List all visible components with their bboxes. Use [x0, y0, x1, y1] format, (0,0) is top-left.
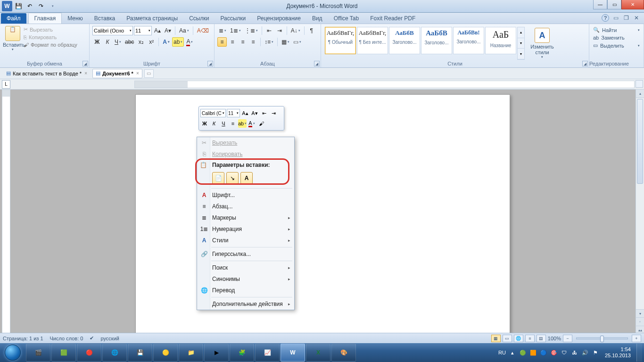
close-tab-icon[interactable]: × [136, 71, 139, 76]
mini-indent-inc-icon[interactable]: ⇥ [269, 109, 278, 117]
maximize-button[interactable]: ▭ [607, 0, 621, 9]
taskbar-ie-icon[interactable]: 🌐 [102, 344, 127, 362]
vertical-ruler[interactable] [2, 90, 10, 343]
indent-inc-icon[interactable]: ⇥ [275, 26, 284, 35]
taskbar-app2-icon[interactable]: 🟩 [51, 344, 76, 362]
shading-icon[interactable]: ▦ [280, 37, 291, 47]
text-effects-icon[interactable]: A [161, 37, 171, 47]
font-name-combo[interactable]: Calibri (Осно▾ [92, 26, 133, 35]
ctx-synonyms[interactable]: Синонимы▸ [197, 273, 294, 285]
ribbon-close-icon[interactable]: ✕ [633, 14, 640, 22]
zoom-thumb[interactable] [600, 336, 604, 342]
align-left-icon[interactable]: ≡ [217, 37, 227, 47]
tray-lang[interactable]: RU [498, 350, 506, 355]
tab-layout[interactable]: Разметка страницы [121, 13, 183, 24]
ctx-bullets[interactable]: ≣Маркеры▸ [197, 212, 294, 223]
cut-button[interactable]: ✂Вырезать [23, 26, 78, 33]
start-button[interactable] [0, 343, 25, 362]
status-language[interactable]: русский [100, 336, 119, 341]
tray-icon-3[interactable]: 🔵 [540, 349, 547, 356]
qat-redo-icon[interactable]: ↷ [36, 1, 46, 11]
ctx-search[interactable]: Поиск▸ [197, 262, 294, 273]
align-right-icon[interactable]: ≡ [238, 37, 248, 47]
taskbar-mpc-icon[interactable]: 🎬 [26, 344, 50, 362]
change-case-icon[interactable]: Aa [178, 26, 190, 35]
line-spacing-icon[interactable]: ↕≡ [263, 37, 275, 47]
scroll-down-icon[interactable]: ▾ [636, 309, 644, 318]
style-heading2[interactable]: АаБбВЗаголово... [421, 27, 452, 54]
align-justify-icon[interactable]: ≡ [248, 37, 258, 47]
show-desktop-button[interactable] [636, 344, 642, 362]
taskbar-excel-icon[interactable]: X [306, 344, 330, 362]
status-spell-icon[interactable]: ✔ [90, 335, 94, 341]
style-normal[interactable]: АаБбВвГг,¶ Обычный [325, 27, 356, 54]
clipboard-dialog-launcher[interactable]: ◢ [83, 61, 88, 66]
tray-icon-2[interactable]: 🟧 [529, 349, 537, 356]
tab-view[interactable]: Вид [306, 13, 328, 24]
close-button[interactable]: ✕ [621, 0, 644, 9]
paragraph-dialog-launcher[interactable]: ◢ [314, 61, 320, 66]
styles-scroll[interactable]: ▴▾▾ [517, 27, 525, 60]
mini-bold[interactable]: Ж [200, 119, 209, 128]
taskbar-explorer-icon[interactable]: 📁 [179, 344, 203, 362]
tab-selector[interactable]: L [2, 80, 10, 89]
subscript-button[interactable]: x₂ [136, 37, 146, 47]
ctx-hyperlink[interactable]: 🔗Гиперссылка... [197, 248, 294, 260]
mini-font-color-icon[interactable]: A [248, 119, 256, 128]
mini-italic[interactable]: К [210, 119, 218, 128]
sort-icon[interactable]: A↓ [289, 26, 302, 35]
mini-highlight-icon[interactable]: ab [238, 119, 247, 128]
tab-review[interactable]: Рецензирование [251, 13, 306, 24]
help-icon[interactable]: ? [602, 14, 609, 22]
tray-network-icon[interactable]: 🖧 [571, 349, 578, 356]
ribbon-restore-icon[interactable]: ❐ [622, 14, 630, 22]
ctx-translate[interactable]: 🌐Перевод [197, 285, 294, 296]
taskbar-wmp-icon[interactable]: ▶ [204, 344, 229, 362]
taskbar-paint-icon[interactable]: 🎨 [331, 344, 356, 362]
page[interactable] [135, 94, 510, 343]
indent-dec-icon[interactable]: ⇤ [264, 26, 274, 35]
status-page[interactable]: Страница: 1 из 1 [3, 336, 43, 341]
browse-object-icon[interactable]: ◦ [636, 318, 644, 326]
taskbar-word-icon[interactable]: W [281, 344, 305, 362]
taskbar-totalcmd-icon[interactable]: 💾 [128, 344, 152, 362]
find-button[interactable]: 🔍Найти▾ [593, 26, 640, 34]
qat-customize-icon[interactable] [47, 1, 58, 11]
tray-clock[interactable]: 1:5425.10.2013 [602, 346, 634, 359]
taskbar-app9-icon[interactable]: 📈 [255, 344, 280, 362]
tray-flag-icon[interactable]: ⚑ [592, 349, 599, 356]
clear-format-icon[interactable]: A⌫ [196, 26, 210, 35]
strike-button[interactable]: abc [124, 37, 135, 47]
tab-home[interactable]: Главная [28, 13, 62, 24]
bold-button[interactable]: Ж [92, 37, 102, 47]
tab-menu[interactable]: Меню [62, 13, 88, 24]
mini-size-combo[interactable]: 11▾ [227, 109, 240, 117]
styles-dialog-launcher[interactable]: ◢ [582, 61, 588, 66]
ctx-styles[interactable]: AСтили▸ [197, 235, 294, 246]
view-draft-icon[interactable]: ▤ [537, 335, 546, 342]
paste-button[interactable]: 📋 Вставить ▾ [3, 25, 23, 51]
style-heading3[interactable]: АаБбВв!Заголово... [453, 27, 484, 54]
borders-icon[interactable]: ▭ [292, 37, 303, 47]
doc-tab-1[interactable]: ▤Как вставить текст в Ворде *× [3, 69, 91, 78]
mini-grow-icon[interactable]: A▴ [241, 109, 249, 117]
tab-file[interactable]: Файл [1, 13, 26, 24]
scroll-thumb[interactable] [637, 99, 643, 184]
tray-icon-5[interactable]: 🛡 [561, 349, 568, 356]
ctx-cut[interactable]: ✂Вырезать [197, 137, 294, 148]
grow-font-icon[interactable]: A▴ [153, 26, 162, 35]
tray-show-hidden-icon[interactable]: ▴ [509, 349, 516, 356]
horizontal-ruler[interactable] [134, 81, 635, 88]
ctx-numbering[interactable]: 1≣Нумерация▸ [197, 223, 294, 235]
multilevel-icon[interactable]: ⋮≣ [243, 26, 259, 35]
vertical-scrollbar[interactable]: ▴ ▾ ◦ ▴▴ ▾▾ [636, 90, 644, 343]
shrink-font-icon[interactable]: A▾ [163, 26, 173, 35]
select-button[interactable]: ▭Выделить▾ [593, 41, 640, 49]
qat-save-icon[interactable]: 💾 [13, 1, 24, 11]
numbering-icon[interactable]: 1≣ [229, 26, 242, 35]
change-styles-button[interactable]: A Изменить стили▾ [526, 27, 559, 60]
style-heading1[interactable]: АаБбВЗаголово... [389, 27, 420, 54]
new-doc-button[interactable]: ▭ [144, 69, 154, 78]
taskbar-chrome-icon[interactable]: 🟡 [153, 344, 178, 362]
mini-underline[interactable]: Ч [219, 119, 228, 128]
